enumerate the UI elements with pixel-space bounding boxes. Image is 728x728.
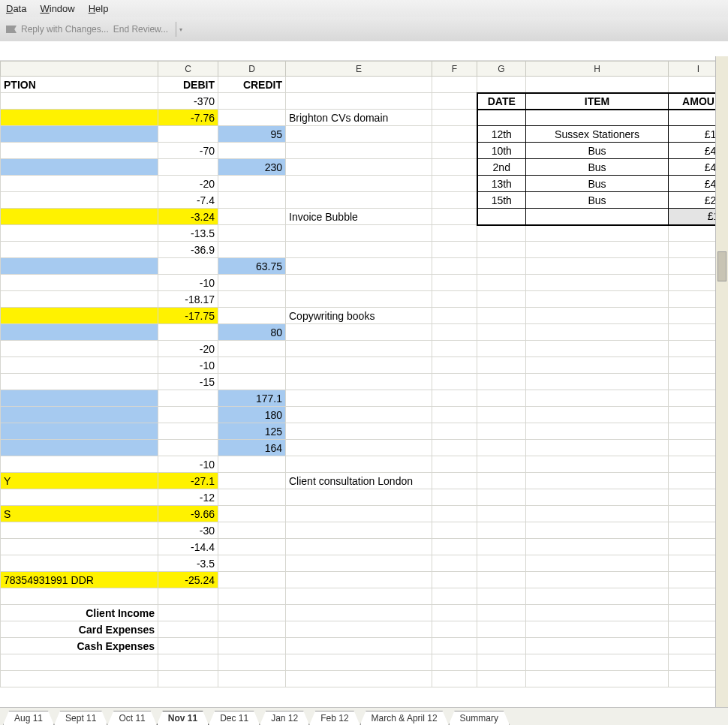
sheet-tab[interactable]: March & April 12 — [360, 711, 449, 725]
table-row[interactable]: 78354931991 DDR-25.24 — [1, 572, 729, 588]
cell-credit[interactable] — [218, 209, 286, 225]
cell-debit[interactable]: -20 — [158, 176, 218, 192]
cell-item[interactable] — [526, 390, 669, 407]
cell-item[interactable] — [526, 621, 669, 638]
cell-description[interactable] — [1, 93, 158, 110]
cell-debit[interactable]: -17.75 — [158, 308, 218, 324]
table-row[interactable]: -13.5 — [1, 225, 729, 242]
cell-description[interactable]: Y — [1, 473, 158, 489]
sheet-tab[interactable]: Dec 11 — [209, 711, 260, 725]
cell-date[interactable] — [477, 258, 526, 275]
cell-item[interactable]: Bus — [526, 143, 669, 159]
cell[interactable] — [432, 258, 477, 275]
cell-debit[interactable]: -30 — [158, 522, 218, 539]
sheet-tab[interactable]: Sept 11 — [54, 711, 107, 725]
spreadsheet-grid[interactable]: C D E F G H I PTIONDEBITCREDIT-370DATEIT… — [0, 61, 728, 687]
cell-note[interactable] — [286, 143, 432, 159]
cell-date[interactable] — [477, 324, 526, 341]
cell-description[interactable] — [1, 324, 158, 341]
cell[interactable] — [432, 308, 477, 324]
table-row[interactable]: 164 — [1, 440, 729, 456]
cell-note[interactable] — [286, 489, 432, 506]
cell-credit[interactable]: 164 — [218, 440, 286, 456]
cell-date[interactable]: 13th — [477, 176, 526, 192]
cell-note[interactable] — [286, 407, 432, 423]
cell[interactable]: PTION — [1, 77, 158, 93]
cell-debit[interactable]: -7.76 — [158, 110, 218, 126]
cell-date[interactable] — [477, 341, 526, 357]
cell-credit[interactable]: 80 — [218, 324, 286, 341]
cell-description[interactable] — [1, 423, 158, 440]
cell-description[interactable]: Card Expenses — [1, 621, 158, 638]
cell-credit[interactable] — [218, 143, 286, 159]
cell-date[interactable]: 15th — [477, 192, 526, 209]
cell-credit[interactable]: 95 — [218, 126, 286, 143]
cell-description[interactable] — [1, 143, 158, 159]
cell-debit[interactable]: -20 — [158, 341, 218, 357]
table-row[interactable]: -7.415thBus£2.0 — [1, 192, 729, 209]
cell-debit[interactable]: -10 — [158, 456, 218, 473]
cell-credit[interactable] — [218, 341, 286, 357]
cell-credit[interactable] — [218, 176, 286, 192]
cell-credit[interactable]: 125 — [218, 423, 286, 440]
cell-note[interactable]: Copywriting books — [286, 308, 432, 324]
cell[interactable] — [477, 671, 526, 687]
cell-description[interactable] — [1, 390, 158, 407]
cell-item[interactable] — [526, 110, 669, 126]
cell-description[interactable] — [1, 357, 158, 374]
cell-note[interactable]: Invoice Bubble — [286, 209, 432, 225]
cell-debit[interactable]: -70 — [158, 143, 218, 159]
cell-item[interactable] — [526, 440, 669, 456]
cell-credit[interactable] — [218, 225, 286, 242]
cell-credit[interactable] — [218, 621, 286, 638]
cell-item[interactable]: Bus — [526, 192, 669, 209]
table-row[interactable]: -10 — [1, 456, 729, 473]
cell-debit[interactable]: -15 — [158, 374, 218, 390]
cell-note[interactable] — [286, 176, 432, 192]
cell-date[interactable]: 12th — [477, 126, 526, 143]
sheet-tab[interactable]: Aug 11 — [3, 711, 54, 725]
cell-note[interactable] — [286, 242, 432, 258]
table-row[interactable]: -12 — [1, 489, 729, 506]
cell[interactable] — [286, 77, 432, 93]
cell-credit[interactable] — [218, 456, 286, 473]
cell[interactable] — [158, 671, 218, 687]
cell-item[interactable]: Bus — [526, 176, 669, 192]
table-row[interactable]: 125 — [1, 423, 729, 440]
cell-note[interactable] — [286, 357, 432, 374]
cell[interactable] — [432, 143, 477, 159]
cell-description[interactable] — [1, 242, 158, 258]
cell-debit[interactable]: -10 — [158, 357, 218, 374]
cell[interactable] — [432, 621, 477, 638]
table-row[interactable]: 2302ndBus£4.0 — [1, 159, 729, 176]
sheet-tab[interactable]: Jan 12 — [260, 711, 309, 725]
cell-date[interactable] — [477, 407, 526, 423]
cell-date[interactable] — [477, 638, 526, 654]
table-row[interactable]: -10 — [1, 357, 729, 374]
table-row[interactable]: -3.5 — [1, 555, 729, 572]
cell-note[interactable] — [286, 522, 432, 539]
cell-description[interactable] — [1, 588, 158, 605]
cell-item[interactable] — [526, 506, 669, 522]
table-row[interactable]: -17.75Copywriting books — [1, 308, 729, 324]
cell-credit[interactable] — [218, 605, 286, 621]
cell-debit[interactable] — [158, 159, 218, 176]
cell-item[interactable] — [526, 308, 669, 324]
cell-item[interactable] — [526, 572, 669, 588]
cell-item[interactable] — [526, 225, 669, 242]
cell[interactable] — [432, 209, 477, 225]
cell[interactable] — [432, 225, 477, 242]
cell-item[interactable] — [526, 605, 669, 621]
table-row[interactable]: -14.4 — [1, 539, 729, 555]
cell-date[interactable] — [477, 225, 526, 242]
cell[interactable] — [432, 324, 477, 341]
cell-description[interactable] — [1, 159, 158, 176]
cell-note[interactable] — [286, 456, 432, 473]
cell-item[interactable] — [526, 291, 669, 308]
cell-date[interactable] — [477, 522, 526, 539]
cell[interactable] — [432, 671, 477, 687]
cell-description[interactable] — [1, 374, 158, 390]
cell-note[interactable] — [286, 93, 432, 110]
table-row[interactable]: 177.1 — [1, 390, 729, 407]
cell-note[interactable] — [286, 638, 432, 654]
